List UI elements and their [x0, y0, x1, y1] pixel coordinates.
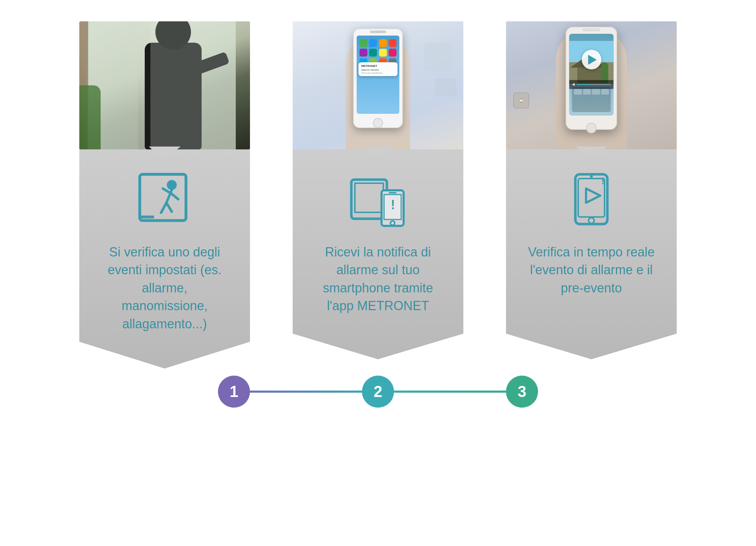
svg-line-4 [166, 203, 172, 212]
step-1-column: Si verifica uno degli eventi impostati (… [69, 21, 261, 369]
svg-rect-0 [140, 174, 186, 221]
person-alarm-icon [136, 171, 193, 228]
step-3-icon: ! [563, 171, 620, 229]
step-2-wrapper: METRONET Allarme rilevato! Tocca per vis… [293, 21, 463, 359]
step-2-icon: ! [350, 171, 406, 229]
svg-line-6 [172, 194, 178, 199]
svg-point-18 [589, 218, 594, 223]
step-3-column: ⌚ [495, 21, 687, 359]
step-1-card: Si verifica uno degli eventi impostati (… [79, 146, 250, 369]
notification-devices-icon: ! [350, 171, 406, 228]
step-3-wrapper: ⌚ [506, 21, 677, 359]
steps-row: Si verifica uno degli eventi impostati (… [0, 21, 756, 369]
svg-line-3 [161, 203, 166, 213]
step-1-circle: 1 [218, 376, 250, 408]
svg-point-1 [167, 180, 177, 190]
svg-rect-16 [578, 179, 605, 217]
step-3-circle: 3 [506, 376, 538, 408]
step-2-card: ! Ricevi la notifica di allarme sul tuo … [293, 146, 463, 359]
video-playback-icon: ! [563, 171, 620, 228]
step-2-text: Ricevi la notifica di allarme sul tuo sm… [310, 243, 446, 315]
svg-text:!: ! [601, 175, 605, 186]
step-1-icon [136, 171, 193, 229]
main-container: Si verifica uno degli eventi impostati (… [0, 0, 756, 546]
step-2-column: METRONET Allarme rilevato! Tocca per vis… [282, 21, 474, 359]
svg-point-19 [590, 175, 593, 178]
step-2-circle: 2 [362, 376, 394, 408]
svg-text:!: ! [391, 197, 395, 212]
timeline-row: 1 2 3 [147, 376, 609, 408]
step-3-photo: ⌚ [506, 21, 677, 149]
step-1-photo [79, 21, 250, 149]
step-2-photo: METRONET Allarme rilevato! Tocca per vis… [293, 21, 463, 149]
step-3-card: ! Verifica in tempo reale l'evento di al… [506, 146, 677, 359]
step-1-wrapper: Si verifica uno degli eventi impostati (… [79, 21, 250, 369]
step-1-text: Si verifica uno degli eventi impostati (… [97, 243, 232, 333]
step-3-text: Verifica in tempo reale l'evento di alla… [524, 243, 659, 297]
svg-marker-17 [586, 189, 600, 203]
svg-rect-9 [355, 183, 383, 212]
